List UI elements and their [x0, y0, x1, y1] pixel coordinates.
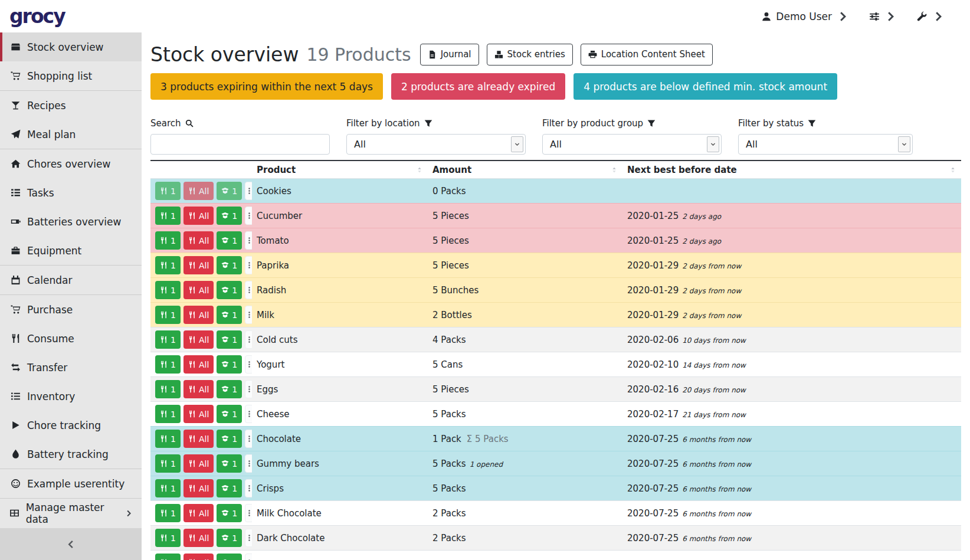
consume-all-button[interactable]: All: [183, 256, 214, 274]
consume-all-button[interactable]: All: [183, 504, 214, 522]
user-menu[interactable]: Demo User: [761, 11, 848, 22]
row-menu-button[interactable]: [245, 306, 252, 324]
location-content-sheet-button[interactable]: Location Content Sheet: [581, 44, 713, 66]
consume-one-button[interactable]: 1: [155, 355, 181, 374]
sidebar-item-chore-tracking[interactable]: Chore tracking: [0, 411, 142, 440]
row-menu-button[interactable]: [245, 256, 252, 274]
sidebar-item-chores-overview[interactable]: Chores overview: [0, 149, 142, 178]
sidebar-item-purchase[interactable]: Purchase: [0, 295, 142, 324]
location-filter-select[interactable]: All: [346, 134, 526, 155]
open-one-button[interactable]: 1: [217, 380, 242, 398]
sidebar-item-manage-master-data[interactable]: Manage master data: [0, 499, 142, 528]
open-one-button[interactable]: 1: [217, 430, 242, 448]
sidebar-item-meal-plan[interactable]: Meal plan: [0, 120, 142, 149]
consume-all-button[interactable]: All: [183, 231, 214, 250]
consume-all-button[interactable]: All: [183, 430, 214, 448]
consume-all-button[interactable]: All: [183, 380, 214, 398]
consume-one-button[interactable]: 1: [155, 405, 181, 423]
sidebar-item-consume[interactable]: Consume: [0, 324, 142, 353]
row-menu-button[interactable]: [245, 554, 252, 560]
sidebar-item-batteries-overview[interactable]: Batteries overview: [0, 207, 142, 236]
open-one-button[interactable]: 1: [217, 454, 242, 473]
consume-all-button[interactable]: All: [183, 454, 214, 473]
alert-info[interactable]: 4 products are below defined min. stock …: [574, 73, 837, 100]
sidebar-item-inventory[interactable]: Inventory: [0, 382, 142, 411]
consume-all-button[interactable]: All: [183, 355, 214, 374]
open-one-button[interactable]: 1: [217, 355, 242, 374]
open-one-button[interactable]: 1: [217, 479, 242, 497]
open-one-button[interactable]: 1: [217, 207, 242, 225]
open-one-button[interactable]: 1: [217, 281, 242, 299]
open-one-button[interactable]: 1: [217, 529, 242, 547]
sidebar-item-recipes[interactable]: Recipes: [0, 91, 142, 120]
consume-one-button[interactable]: 1: [155, 207, 181, 225]
consume-all-button[interactable]: All: [183, 207, 214, 225]
open-one-button[interactable]: 1: [217, 330, 242, 349]
row-menu-button[interactable]: [245, 182, 252, 200]
sidebar-item-shopping-list[interactable]: Shopping list: [0, 61, 142, 90]
consume-one-button[interactable]: 1: [155, 380, 181, 398]
consume-one-button[interactable]: 1: [155, 430, 181, 448]
stock-entries-button[interactable]: Stock entries: [487, 44, 573, 66]
consume-one-button[interactable]: 1: [155, 256, 181, 274]
product-column-header[interactable]: Product: [252, 161, 428, 179]
row-menu-button[interactable]: [245, 454, 252, 473]
row-menu-button[interactable]: [245, 281, 252, 299]
open-one-button[interactable]: 1: [217, 256, 242, 274]
grocy-logo[interactable]: grocy: [9, 5, 65, 28]
row-actions-cell: 1All1: [150, 179, 252, 204]
consume-all-button[interactable]: All: [183, 182, 214, 200]
sidebar-item-tasks[interactable]: Tasks: [0, 178, 142, 207]
row-menu-button[interactable]: [245, 504, 252, 522]
sidebar-item-example-userentity[interactable]: Example userentity: [0, 469, 142, 498]
status-filter-select[interactable]: All: [738, 134, 913, 155]
amount-column-header[interactable]: Amount: [428, 161, 622, 179]
open-one-button[interactable]: 1: [217, 405, 242, 423]
sidebar-item-transfer[interactable]: Transfer: [0, 353, 142, 382]
row-menu-button[interactable]: [245, 479, 252, 497]
consume-one-button[interactable]: 1: [155, 281, 181, 299]
consume-one-button[interactable]: 1: [155, 504, 181, 522]
open-one-button[interactable]: 1: [217, 231, 242, 250]
search-input[interactable]: [150, 134, 330, 155]
sidebar-item-equipment[interactable]: Equipment: [0, 236, 142, 265]
row-menu-button[interactable]: [245, 207, 252, 225]
admin-menu[interactable]: [917, 11, 943, 22]
consume-one-button[interactable]: 1: [155, 479, 181, 497]
consume-one-button[interactable]: 1: [155, 330, 181, 349]
row-menu-button[interactable]: [245, 380, 252, 398]
consume-all-button[interactable]: All: [183, 281, 214, 299]
consume-one-button[interactable]: 1: [155, 454, 181, 473]
journal-button[interactable]: Journal: [420, 44, 479, 66]
row-menu-button[interactable]: [245, 231, 252, 250]
alert-warning[interactable]: 3 products expiring within the next 5 da…: [150, 73, 383, 100]
row-menu-button[interactable]: [245, 330, 252, 349]
consume-one-button[interactable]: 1: [155, 529, 181, 547]
sidebar-item-battery-tracking[interactable]: Battery tracking: [0, 440, 142, 469]
consume-one-button[interactable]: 1: [155, 182, 181, 200]
row-menu-button[interactable]: [245, 529, 252, 547]
open-one-button[interactable]: 1: [217, 306, 242, 324]
sidebar-collapse-button[interactable]: [0, 528, 142, 560]
consume-all-button[interactable]: All: [183, 554, 214, 560]
row-menu-button[interactable]: [245, 405, 252, 423]
consume-one-button[interactable]: 1: [155, 306, 181, 324]
consume-all-button[interactable]: All: [183, 479, 214, 497]
row-menu-button[interactable]: [245, 355, 252, 374]
consume-one-button[interactable]: 1: [155, 231, 181, 250]
consume-all-button[interactable]: All: [183, 306, 214, 324]
open-one-button[interactable]: 1: [217, 182, 242, 200]
open-one-button[interactable]: 1: [217, 504, 242, 522]
consume-all-button[interactable]: All: [183, 405, 214, 423]
sidebar-item-calendar[interactable]: Calendar: [0, 266, 142, 294]
consume-one-button[interactable]: 1: [155, 554, 181, 560]
consume-all-button[interactable]: All: [183, 529, 214, 547]
settings-menu[interactable]: [869, 11, 896, 22]
row-menu-button[interactable]: [245, 430, 252, 448]
product-group-filter-select[interactable]: All: [542, 134, 722, 155]
sidebar-item-stock-overview[interactable]: Stock overview: [0, 32, 142, 61]
best-before-column-header[interactable]: Next best before date: [622, 161, 961, 179]
consume-all-button[interactable]: All: [183, 330, 214, 349]
open-one-button[interactable]: 1: [217, 554, 242, 560]
alert-danger[interactable]: 2 products are already expired: [391, 73, 565, 100]
